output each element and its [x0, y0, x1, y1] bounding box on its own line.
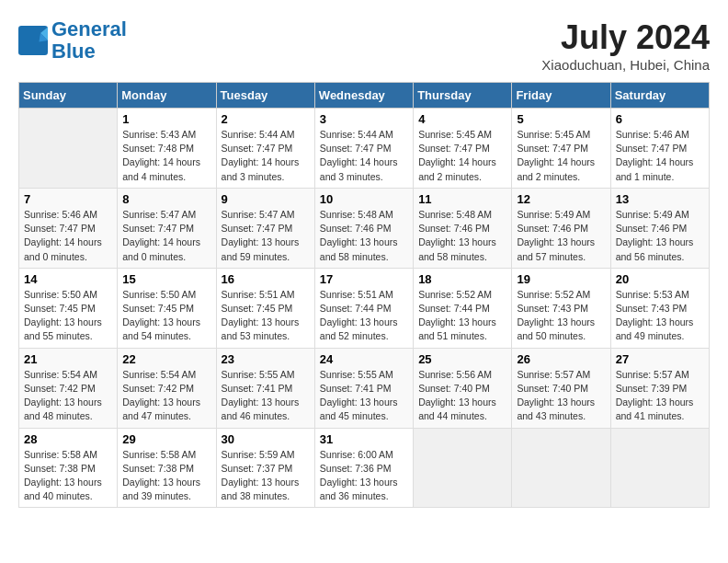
- calendar-cell: 17Sunrise: 5:51 AM Sunset: 7:44 PM Dayli…: [314, 268, 413, 348]
- day-info: Sunrise: 5:43 AM Sunset: 7:48 PM Dayligh…: [122, 128, 210, 184]
- calendar-cell: 22Sunrise: 5:54 AM Sunset: 7:42 PM Dayli…: [118, 348, 216, 428]
- day-info: Sunrise: 5:46 AM Sunset: 7:47 PM Dayligh…: [616, 128, 704, 184]
- calendar-cell: 20Sunrise: 5:53 AM Sunset: 7:43 PM Dayli…: [610, 268, 709, 348]
- calendar-cell: 5Sunrise: 5:45 AM Sunset: 7:47 PM Daylig…: [512, 109, 610, 189]
- day-info: Sunrise: 5:48 AM Sunset: 7:46 PM Dayligh…: [320, 208, 408, 264]
- day-number: 20: [616, 272, 704, 286]
- header-thursday: Thursday: [414, 83, 512, 109]
- calendar-cell: 12Sunrise: 5:49 AM Sunset: 7:46 PM Dayli…: [512, 188, 610, 268]
- calendar-cell: 13Sunrise: 5:49 AM Sunset: 7:46 PM Dayli…: [610, 188, 709, 268]
- header-saturday: Saturday: [610, 83, 709, 109]
- day-info: Sunrise: 5:55 AM Sunset: 7:41 PM Dayligh…: [222, 368, 310, 424]
- header-friday: Friday: [512, 83, 610, 109]
- calendar-cell: 14Sunrise: 5:50 AM Sunset: 7:45 PM Dayli…: [19, 268, 118, 348]
- calendar-cell: [414, 428, 512, 508]
- day-info: Sunrise: 5:46 AM Sunset: 7:47 PM Dayligh…: [24, 208, 112, 264]
- day-info: Sunrise: 5:44 AM Sunset: 7:47 PM Dayligh…: [222, 128, 310, 184]
- day-number: 31: [320, 432, 408, 446]
- day-number: 1: [122, 112, 210, 126]
- calendar-cell: 1Sunrise: 5:43 AM Sunset: 7:48 PM Daylig…: [118, 109, 216, 189]
- day-number: 4: [418, 112, 506, 126]
- calendar-cell: [19, 109, 118, 189]
- day-info: Sunrise: 5:47 AM Sunset: 7:47 PM Dayligh…: [122, 208, 210, 264]
- day-info: Sunrise: 5:58 AM Sunset: 7:38 PM Dayligh…: [24, 448, 112, 504]
- day-number: 15: [122, 272, 210, 286]
- day-number: 27: [616, 352, 704, 366]
- calendar-header-row: SundayMondayTuesdayWednesdayThursdayFrid…: [19, 83, 710, 109]
- day-number: 2: [222, 112, 310, 126]
- logo-blue: Blue: [51, 40, 96, 63]
- day-info: Sunrise: 5:52 AM Sunset: 7:43 PM Dayligh…: [517, 288, 605, 344]
- day-info: Sunrise: 5:49 AM Sunset: 7:46 PM Dayligh…: [616, 208, 704, 264]
- calendar-week-2: 7Sunrise: 5:46 AM Sunset: 7:47 PM Daylig…: [19, 188, 710, 268]
- day-info: Sunrise: 5:51 AM Sunset: 7:45 PM Dayligh…: [222, 288, 310, 344]
- day-number: 14: [24, 272, 112, 286]
- day-info: Sunrise: 5:51 AM Sunset: 7:44 PM Dayligh…: [320, 288, 408, 344]
- calendar-cell: 3Sunrise: 5:44 AM Sunset: 7:47 PM Daylig…: [314, 109, 413, 189]
- calendar-cell: 26Sunrise: 5:57 AM Sunset: 7:40 PM Dayli…: [512, 348, 610, 428]
- calendar-week-5: 28Sunrise: 5:58 AM Sunset: 7:38 PM Dayli…: [19, 428, 710, 508]
- calendar-cell: 8Sunrise: 5:47 AM Sunset: 7:47 PM Daylig…: [118, 188, 216, 268]
- calendar-cell: 21Sunrise: 5:54 AM Sunset: 7:42 PM Dayli…: [19, 348, 118, 428]
- day-info: Sunrise: 5:59 AM Sunset: 7:37 PM Dayligh…: [222, 448, 310, 504]
- calendar-cell: 25Sunrise: 5:56 AM Sunset: 7:40 PM Dayli…: [414, 348, 512, 428]
- day-number: 16: [222, 272, 310, 286]
- calendar-cell: 28Sunrise: 5:58 AM Sunset: 7:38 PM Dayli…: [19, 428, 118, 508]
- day-info: Sunrise: 5:49 AM Sunset: 7:46 PM Dayligh…: [517, 208, 605, 264]
- day-info: Sunrise: 5:57 AM Sunset: 7:39 PM Dayligh…: [616, 368, 704, 424]
- day-number: 5: [517, 112, 605, 126]
- calendar-cell: 24Sunrise: 5:55 AM Sunset: 7:41 PM Dayli…: [314, 348, 413, 428]
- calendar-cell: 31Sunrise: 6:00 AM Sunset: 7:36 PM Dayli…: [314, 428, 413, 508]
- calendar-cell: 18Sunrise: 5:52 AM Sunset: 7:44 PM Dayli…: [414, 268, 512, 348]
- page-header: General Blue July 2024 Xiaoduchuan, Hube…: [18, 18, 710, 73]
- calendar-cell: 6Sunrise: 5:46 AM Sunset: 7:47 PM Daylig…: [610, 109, 709, 189]
- day-number: 9: [222, 192, 310, 206]
- calendar-cell: 11Sunrise: 5:48 AM Sunset: 7:46 PM Dayli…: [414, 188, 512, 268]
- day-info: Sunrise: 5:50 AM Sunset: 7:45 PM Dayligh…: [122, 288, 210, 344]
- day-number: 29: [122, 432, 210, 446]
- day-number: 7: [24, 192, 112, 206]
- logo: General Blue: [18, 18, 127, 63]
- day-info: Sunrise: 5:47 AM Sunset: 7:47 PM Dayligh…: [222, 208, 310, 264]
- calendar-cell: 9Sunrise: 5:47 AM Sunset: 7:47 PM Daylig…: [216, 188, 314, 268]
- header-monday: Monday: [118, 83, 216, 109]
- day-number: 21: [24, 352, 112, 366]
- calendar-cell: 30Sunrise: 5:59 AM Sunset: 7:37 PM Dayli…: [216, 428, 314, 508]
- month-year-title: July 2024: [541, 18, 710, 57]
- calendar-week-1: 1Sunrise: 5:43 AM Sunset: 7:48 PM Daylig…: [19, 109, 710, 189]
- day-number: 11: [418, 192, 506, 206]
- day-info: Sunrise: 5:54 AM Sunset: 7:42 PM Dayligh…: [24, 368, 112, 424]
- calendar-cell: 7Sunrise: 5:46 AM Sunset: 7:47 PM Daylig…: [19, 188, 118, 268]
- calendar-cell: 15Sunrise: 5:50 AM Sunset: 7:45 PM Dayli…: [118, 268, 216, 348]
- day-number: 30: [222, 432, 310, 446]
- day-number: 6: [616, 112, 704, 126]
- logo-general: General: [51, 17, 127, 40]
- calendar-cell: 2Sunrise: 5:44 AM Sunset: 7:47 PM Daylig…: [216, 109, 314, 189]
- header-tuesday: Tuesday: [216, 83, 314, 109]
- day-number: 26: [517, 352, 605, 366]
- calendar-cell: 27Sunrise: 5:57 AM Sunset: 7:39 PM Dayli…: [610, 348, 709, 428]
- header-sunday: Sunday: [19, 83, 118, 109]
- day-info: Sunrise: 5:45 AM Sunset: 7:47 PM Dayligh…: [418, 128, 506, 184]
- calendar-week-4: 21Sunrise: 5:54 AM Sunset: 7:42 PM Dayli…: [19, 348, 710, 428]
- day-number: 8: [122, 192, 210, 206]
- day-info: Sunrise: 5:58 AM Sunset: 7:38 PM Dayligh…: [122, 448, 210, 504]
- calendar-cell: 29Sunrise: 5:58 AM Sunset: 7:38 PM Dayli…: [118, 428, 216, 508]
- day-number: 12: [517, 192, 605, 206]
- day-number: 24: [320, 352, 408, 366]
- calendar-cell: [512, 428, 610, 508]
- day-info: Sunrise: 5:53 AM Sunset: 7:43 PM Dayligh…: [616, 288, 704, 344]
- calendar-cell: 23Sunrise: 5:55 AM Sunset: 7:41 PM Dayli…: [216, 348, 314, 428]
- day-info: Sunrise: 5:52 AM Sunset: 7:44 PM Dayligh…: [418, 288, 506, 344]
- day-number: 23: [222, 352, 310, 366]
- logo-icon: [18, 26, 48, 55]
- day-number: 25: [418, 352, 506, 366]
- day-info: Sunrise: 5:45 AM Sunset: 7:47 PM Dayligh…: [517, 128, 605, 184]
- calendar-week-3: 14Sunrise: 5:50 AM Sunset: 7:45 PM Dayli…: [19, 268, 710, 348]
- day-number: 10: [320, 192, 408, 206]
- header-wednesday: Wednesday: [314, 83, 413, 109]
- calendar-cell: 16Sunrise: 5:51 AM Sunset: 7:45 PM Dayli…: [216, 268, 314, 348]
- calendar-cell: 4Sunrise: 5:45 AM Sunset: 7:47 PM Daylig…: [414, 109, 512, 189]
- day-info: Sunrise: 5:54 AM Sunset: 7:42 PM Dayligh…: [122, 368, 210, 424]
- day-info: Sunrise: 5:56 AM Sunset: 7:40 PM Dayligh…: [418, 368, 506, 424]
